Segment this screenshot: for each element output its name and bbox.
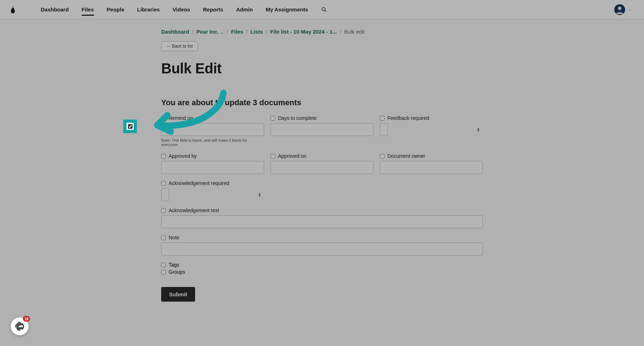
nav-videos[interactable]: Videos — [166, 0, 197, 19]
pear-logo-icon — [10, 5, 16, 14]
field-tags: Tags — [161, 262, 483, 268]
chevron-down-icon: ⌄ — [220, 30, 224, 35]
breadcrumb-files[interactable]: Files — [231, 29, 243, 35]
ack-required-select[interactable] — [161, 188, 169, 201]
nav-dashboard[interactable]: Dashboard — [34, 0, 75, 19]
feedback-required-checkbox[interactable] — [380, 116, 385, 121]
remind-on-checkbox[interactable] — [161, 116, 166, 121]
main-nav: Dashboard Files People Libraries Videos … — [34, 0, 314, 19]
field-ack-required: Acknowledgement required ▴▾ — [161, 180, 264, 201]
select-arrows-icon: ▴▾ — [259, 193, 261, 197]
approved-on-input[interactable] — [271, 161, 373, 174]
field-document-owner: Document owner — [380, 153, 483, 174]
document-owner-input[interactable] — [380, 161, 483, 174]
field-label-text: Acknowledgement required — [169, 180, 229, 186]
groups-checkbox[interactable] — [161, 270, 166, 274]
field-label-text: Feedback required — [387, 115, 429, 121]
annotation-highlight-box — [123, 120, 137, 133]
field-label-text: Tags — [169, 262, 179, 268]
breadcrumb-label: Pear Inc. — [197, 29, 219, 35]
nav-label: Reports — [203, 6, 223, 13]
nav-libraries[interactable]: Libraries — [131, 0, 166, 19]
days-to-complete-checkbox[interactable] — [271, 116, 275, 121]
top-nav-bar: Dashboard Files People Libraries Videos … — [0, 0, 644, 19]
days-to-complete-input[interactable] — [271, 123, 373, 136]
chat-badge: 18 — [23, 316, 30, 322]
ack-text-input[interactable] — [161, 215, 483, 228]
note-input[interactable] — [161, 243, 483, 255]
breadcrumb-sep: / — [266, 29, 267, 35]
select-arrows-icon: ▴▾ — [477, 127, 479, 132]
field-approved-on: Approved on — [271, 153, 373, 174]
remind-on-help: Note: This field is blank, and will make… — [161, 138, 264, 147]
field-days-to-complete: Days to complete — [271, 115, 373, 147]
nav-label: Admin — [236, 6, 253, 13]
bulk-edit-form: Remind on Note: This field is blank, and… — [161, 115, 483, 302]
tags-checkbox[interactable] — [161, 263, 166, 267]
field-note: Note — [161, 235, 483, 255]
chat-widget-icon — [15, 322, 24, 331]
nav-label: My Assignments — [266, 6, 308, 13]
nav-label: Dashboard — [41, 6, 69, 13]
field-label-text: Approved by — [169, 153, 197, 159]
breadcrumb-filelist[interactable]: File list - 10 May 2024 - 1... — [270, 29, 337, 35]
remind-on-input[interactable] — [161, 123, 264, 136]
search-button[interactable] — [321, 6, 327, 13]
nav-label: Videos — [173, 6, 190, 13]
nav-my-assignments[interactable]: My Assignments — [259, 0, 314, 19]
topbar-right: ⌄ — [614, 4, 638, 15]
field-remind-on: Remind on Note: This field is blank, and… — [161, 115, 264, 147]
page-title: Bulk Edit — [161, 60, 483, 77]
breadcrumb-sep: / — [227, 29, 228, 35]
field-label-text: Remind on — [169, 115, 193, 121]
approved-by-input[interactable] — [161, 161, 264, 174]
ack-required-checkbox[interactable] — [161, 181, 166, 186]
main-container: Dashboard / Pear Inc. ⌄ / Files / Lists … — [161, 19, 483, 302]
field-feedback-required: Feedback required ▴▾ — [380, 115, 483, 147]
nav-admin[interactable]: Admin — [230, 0, 259, 19]
field-approved-by: Approved by — [161, 153, 264, 174]
breadcrumb: Dashboard / Pear Inc. ⌄ / Files / Lists … — [161, 29, 483, 35]
breadcrumb-current: Bulk edit — [344, 29, 365, 35]
field-label-text: Document owner — [387, 153, 425, 159]
submit-button[interactable]: Submit — [161, 287, 195, 302]
chevron-down-icon[interactable]: ⌄ — [629, 7, 632, 12]
breadcrumb-org[interactable]: Pear Inc. ⌄ — [197, 29, 224, 35]
svg-line-1 — [325, 10, 326, 12]
nav-files[interactable]: Files — [75, 0, 100, 19]
chat-widget-button[interactable]: 18 — [11, 317, 29, 335]
app-logo[interactable] — [6, 5, 20, 14]
field-label-text: Days to complete — [278, 115, 317, 121]
user-avatar[interactable] — [614, 4, 625, 15]
page-subtitle: You are about to update 3 documents — [161, 98, 483, 107]
nav-people[interactable]: People — [100, 0, 131, 19]
ack-text-checkbox[interactable] — [161, 208, 166, 213]
document-owner-checkbox[interactable] — [380, 154, 385, 159]
nav-label: Files — [81, 6, 94, 13]
field-label-text: Approved on — [278, 153, 306, 159]
avatar-icon — [614, 4, 625, 15]
back-to-list-button[interactable]: ← Back to list — [161, 41, 198, 51]
nav-label: Libraries — [137, 6, 160, 13]
search-icon — [321, 6, 327, 13]
svg-point-3 — [618, 6, 621, 10]
nav-reports[interactable]: Reports — [197, 0, 230, 19]
field-label-text: Note — [169, 235, 179, 240]
breadcrumb-sep: / — [340, 29, 341, 35]
field-label-text: Groups — [169, 269, 185, 275]
breadcrumb-sep: / — [192, 29, 193, 35]
field-ack-text: Acknowledgement text — [161, 208, 483, 228]
field-groups: Groups — [161, 269, 483, 275]
breadcrumb-dashboard[interactable]: Dashboard — [161, 29, 189, 35]
breadcrumb-lists[interactable]: Lists — [251, 29, 263, 35]
remind-on-checkbox-highlighted[interactable] — [128, 124, 133, 129]
breadcrumb-sep: / — [246, 29, 248, 35]
nav-label: People — [107, 6, 124, 13]
note-checkbox[interactable] — [161, 235, 166, 240]
approved-by-checkbox[interactable] — [161, 154, 166, 159]
approved-on-checkbox[interactable] — [271, 154, 275, 159]
svg-point-0 — [322, 8, 325, 11]
feedback-required-select[interactable] — [380, 123, 388, 136]
field-label-text: Acknowledgement text — [169, 208, 219, 213]
